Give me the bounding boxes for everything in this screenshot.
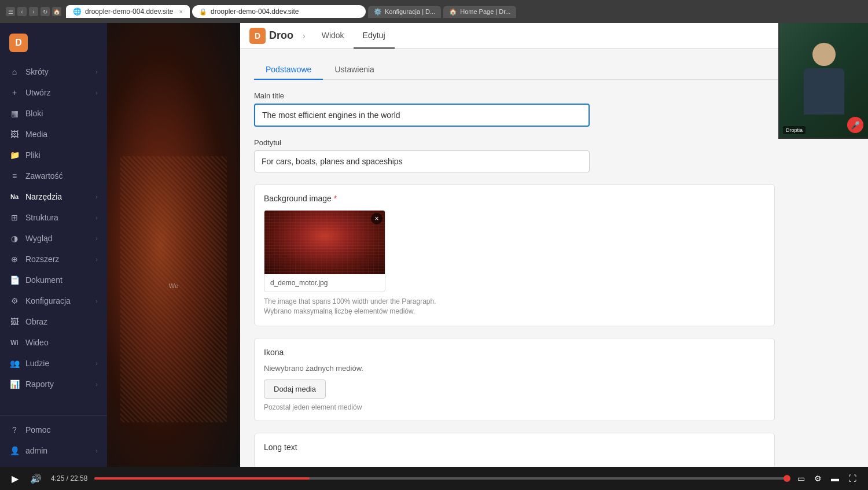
- sidebar-item-admin[interactable]: 👤 admin ›: [0, 440, 107, 461]
- play-icon: ▶: [12, 473, 19, 484]
- add-media-button[interactable]: Dodaj media: [264, 380, 326, 399]
- chevron-icon: ›: [95, 89, 98, 96]
- sidebar-item-struktura[interactable]: ⊞ Struktura ›: [0, 207, 107, 228]
- subtitle-label-text: Podtytuł: [254, 138, 281, 147]
- ikona-label: Ikona: [264, 348, 284, 357]
- sidebar-bottom: ? Pomoc 👤 admin ›: [0, 412, 107, 461]
- volume-icon: 🔊: [30, 473, 42, 484]
- sidebar-item-konfiguracja[interactable]: ⚙ Konfiguracja ›: [0, 290, 107, 311]
- top-toolbar: D Droo › Widok Edytuj Editing "Baner": [240, 23, 868, 49]
- brand-letter: D: [255, 31, 260, 40]
- chevron-icon: ›: [95, 235, 98, 242]
- theater-button[interactable]: ▬: [829, 471, 841, 485]
- page-preview-image: We: [107, 23, 240, 467]
- sidebar-item-media[interactable]: 🖼 Media: [0, 124, 107, 145]
- long-text-title: Long text: [264, 443, 765, 452]
- chevron-icon: ›: [95, 297, 98, 304]
- panel-tab-podstawowe-label: Podstawowe: [266, 65, 311, 74]
- captions-icon: ▭: [797, 474, 805, 483]
- sidebar-item-wideo[interactable]: Wi Wideo: [0, 332, 107, 353]
- sidebar-item-rozszerz[interactable]: ⊕ Rozszerz ›: [0, 249, 107, 270]
- fullscreen-button[interactable]: ⛶: [846, 471, 859, 485]
- config-icon: ⚙: [9, 296, 20, 306]
- nav-back-btn[interactable]: ‹: [17, 7, 27, 16]
- toolbar-tabs: Widok Edytuj: [312, 23, 395, 49]
- sidebar: D ⌂ Skróty › + Utwórz › ▦ Bloki: [0, 23, 107, 467]
- browser-tab-config[interactable]: ⚙️ Konfiguracja | D...: [368, 6, 441, 18]
- sidebar-divider: [0, 415, 107, 416]
- sidebar-item-bloki[interactable]: ▦ Bloki: [0, 103, 107, 124]
- sidebar-label-ludzie: Ludzie: [25, 359, 49, 368]
- sidebar-item-obraz[interactable]: 🖼 Obraz: [0, 311, 107, 332]
- sidebar-label-bloki: Bloki: [25, 109, 43, 118]
- browser-tab-active[interactable]: 🌐 droopler-demo-004.ddev.site ×: [66, 5, 190, 18]
- sidebar-item-zawartosc[interactable]: ≡ Zawartość: [0, 165, 107, 186]
- captions-button[interactable]: ▭: [795, 471, 807, 485]
- sidebar-item-ludzie[interactable]: 👥 Ludzie ›: [0, 353, 107, 374]
- sidebar-item-narzedzia[interactable]: Na Narzędzia ›: [0, 186, 107, 207]
- sidebar-item-raporty[interactable]: 📊 Raporty ›: [0, 374, 107, 395]
- content-area: We D Droo › Widok Edytuj: [107, 23, 868, 467]
- tab-edytuj[interactable]: Edytuj: [354, 23, 395, 49]
- right-panel: D Droo › Widok Edytuj Editing "Baner": [240, 23, 868, 467]
- nav-menu-btn[interactable]: ☰: [6, 7, 15, 16]
- fullscreen-icon: ⛶: [848, 474, 856, 483]
- background-image-label: Background image: [264, 194, 332, 203]
- address-text: droopler-demo-004.ddev.site: [211, 8, 299, 16]
- engine-image: [264, 211, 385, 274]
- remaining-media-text: Pozostał jeden element mediów: [264, 403, 765, 411]
- preview-overlay-text: We: [169, 282, 178, 289]
- toolbar-chevron[interactable]: ›: [303, 31, 306, 40]
- image-thumbnail: × d_demo_motor.jpg: [264, 210, 385, 292]
- browser-nav-controls[interactable]: ☰ ‹ › ↻ 🏠: [6, 7, 61, 16]
- volume-button[interactable]: 🔊: [28, 471, 44, 487]
- play-button[interactable]: ▶: [9, 471, 21, 487]
- nav-reload-btn[interactable]: ↻: [41, 7, 50, 16]
- sidebar-label-skroty: Skróty: [25, 67, 49, 76]
- main-title-input[interactable]: [254, 104, 590, 127]
- admin-icon: 👤: [9, 445, 20, 456]
- sidebar-item-pliki[interactable]: 📁 Pliki: [0, 145, 107, 165]
- tab-label: droopler-demo-004.ddev.site: [85, 8, 174, 16]
- people-icon: 👥: [9, 358, 20, 369]
- panel-tab-ustawienia[interactable]: Ustawienia: [323, 60, 385, 80]
- help-icon: ?: [9, 425, 20, 435]
- panel-tab-podstawowe[interactable]: Podstawowe: [254, 60, 323, 80]
- chevron-icon: ›: [95, 447, 98, 454]
- logo-icon: D: [9, 34, 28, 52]
- image-remove-button[interactable]: ×: [371, 213, 382, 224]
- sidebar-item-wyglad[interactable]: ◑ Wygląd ›: [0, 228, 107, 249]
- nav-home-btn[interactable]: 🏠: [52, 7, 61, 16]
- sidebar-item-skroty[interactable]: ⌂ Skróty ›: [0, 61, 107, 82]
- sidebar-item-dokument[interactable]: 📄 Dokument: [0, 270, 107, 290]
- subtitle-input[interactable]: [254, 150, 590, 172]
- engine-texture: [264, 211, 385, 274]
- main-layout: D ⌂ Skróty › + Utwórz › ▦ Bloki: [0, 23, 868, 467]
- background-image-title: Background image *: [264, 194, 765, 203]
- video-progress-container[interactable]: [94, 477, 788, 480]
- nav-forward-btn[interactable]: ›: [29, 7, 38, 16]
- address-bar[interactable]: 🔒 droopler-demo-004.ddev.site: [192, 5, 366, 18]
- chevron-icon: ›: [95, 214, 98, 221]
- browser-tab-home[interactable]: 🏠 Home Page | Dr...: [443, 6, 516, 18]
- home-tab-favicon: 🏠: [449, 8, 457, 16]
- panel-tabs: Podstawowe Ustawienia: [254, 60, 854, 80]
- reports-icon: 📊: [9, 379, 20, 389]
- long-text-section: Long text: [254, 433, 775, 467]
- tab-close[interactable]: ×: [179, 8, 183, 15]
- sidebar-item-pomoc[interactable]: ? Pomoc: [0, 419, 107, 440]
- settings-button[interactable]: ⚙: [812, 471, 824, 485]
- background-image-section: Background image * × d_demo_motor.jpg: [254, 184, 775, 326]
- video-progress-bar[interactable]: [94, 477, 788, 480]
- chevron-icon: ›: [95, 360, 98, 367]
- person-body: [804, 68, 844, 115]
- structure-icon: ⊞: [9, 212, 20, 223]
- panel-tab-ustawienia-label: Ustawienia: [334, 65, 374, 74]
- tab-widok[interactable]: Widok: [312, 23, 354, 49]
- video-progress-dot: [784, 475, 790, 482]
- sidebar-item-utworz[interactable]: + Utwórz ›: [0, 82, 107, 103]
- sidebar-label-raporty: Raporty: [25, 380, 54, 389]
- main-title-label: Main title: [254, 91, 854, 100]
- ikona-section: Ikona Niewybrano żadnych mediów. Dodaj m…: [254, 338, 775, 421]
- sidebar-label-dokument: Dokument: [25, 275, 62, 285]
